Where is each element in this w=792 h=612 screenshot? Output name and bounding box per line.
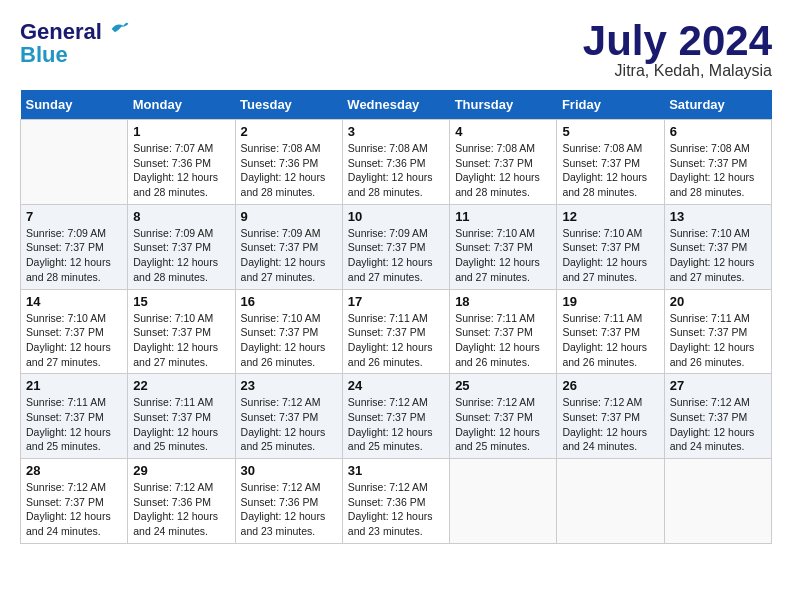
day-sun-info: Sunrise: 7:07 AMSunset: 7:36 PMDaylight:… [133, 141, 229, 200]
calendar-day-cell: 21Sunrise: 7:11 AMSunset: 7:37 PMDayligh… [21, 374, 128, 459]
calendar-day-cell: 7Sunrise: 7:09 AMSunset: 7:37 PMDaylight… [21, 204, 128, 289]
day-number: 4 [455, 124, 551, 139]
calendar-day-cell: 25Sunrise: 7:12 AMSunset: 7:37 PMDayligh… [450, 374, 557, 459]
header-wednesday: Wednesday [342, 90, 449, 120]
day-number: 23 [241, 378, 337, 393]
calendar-week-row: 21Sunrise: 7:11 AMSunset: 7:37 PMDayligh… [21, 374, 772, 459]
calendar-day-cell [21, 120, 128, 205]
day-number: 26 [562, 378, 658, 393]
day-sun-info: Sunrise: 7:09 AMSunset: 7:37 PMDaylight:… [241, 226, 337, 285]
day-number: 11 [455, 209, 551, 224]
day-number: 9 [241, 209, 337, 224]
header-friday: Friday [557, 90, 664, 120]
day-number: 8 [133, 209, 229, 224]
logo-text-line1: General [20, 20, 130, 44]
day-sun-info: Sunrise: 7:12 AMSunset: 7:37 PMDaylight:… [26, 480, 122, 539]
day-number: 13 [670, 209, 766, 224]
title-block: July 2024 Jitra, Kedah, Malaysia [583, 20, 772, 80]
day-sun-info: Sunrise: 7:11 AMSunset: 7:37 PMDaylight:… [455, 311, 551, 370]
logo-text-line2: Blue [20, 44, 130, 66]
calendar-day-cell: 3Sunrise: 7:08 AMSunset: 7:36 PMDaylight… [342, 120, 449, 205]
calendar-day-cell: 18Sunrise: 7:11 AMSunset: 7:37 PMDayligh… [450, 289, 557, 374]
day-number: 29 [133, 463, 229, 478]
calendar-day-cell: 14Sunrise: 7:10 AMSunset: 7:37 PMDayligh… [21, 289, 128, 374]
day-number: 3 [348, 124, 444, 139]
calendar-day-cell: 27Sunrise: 7:12 AMSunset: 7:37 PMDayligh… [664, 374, 771, 459]
calendar-day-cell: 16Sunrise: 7:10 AMSunset: 7:37 PMDayligh… [235, 289, 342, 374]
day-sun-info: Sunrise: 7:09 AMSunset: 7:37 PMDaylight:… [348, 226, 444, 285]
day-number: 17 [348, 294, 444, 309]
day-number: 22 [133, 378, 229, 393]
header-saturday: Saturday [664, 90, 771, 120]
day-number: 19 [562, 294, 658, 309]
day-number: 30 [241, 463, 337, 478]
calendar-day-cell: 28Sunrise: 7:12 AMSunset: 7:37 PMDayligh… [21, 459, 128, 544]
calendar-day-cell: 26Sunrise: 7:12 AMSunset: 7:37 PMDayligh… [557, 374, 664, 459]
day-number: 15 [133, 294, 229, 309]
day-number: 6 [670, 124, 766, 139]
day-sun-info: Sunrise: 7:08 AMSunset: 7:37 PMDaylight:… [562, 141, 658, 200]
day-sun-info: Sunrise: 7:10 AMSunset: 7:37 PMDaylight:… [562, 226, 658, 285]
day-sun-info: Sunrise: 7:12 AMSunset: 7:37 PMDaylight:… [562, 395, 658, 454]
day-sun-info: Sunrise: 7:11 AMSunset: 7:37 PMDaylight:… [348, 311, 444, 370]
page-header: General Blue July 2024 Jitra, Kedah, Mal… [20, 20, 772, 80]
logo: General Blue [20, 20, 130, 66]
calendar-week-row: 1Sunrise: 7:07 AMSunset: 7:36 PMDaylight… [21, 120, 772, 205]
day-sun-info: Sunrise: 7:10 AMSunset: 7:37 PMDaylight:… [241, 311, 337, 370]
day-number: 27 [670, 378, 766, 393]
day-number: 21 [26, 378, 122, 393]
day-sun-info: Sunrise: 7:08 AMSunset: 7:37 PMDaylight:… [455, 141, 551, 200]
day-sun-info: Sunrise: 7:11 AMSunset: 7:37 PMDaylight:… [670, 311, 766, 370]
calendar-day-cell: 19Sunrise: 7:11 AMSunset: 7:37 PMDayligh… [557, 289, 664, 374]
day-sun-info: Sunrise: 7:08 AMSunset: 7:36 PMDaylight:… [348, 141, 444, 200]
calendar-week-row: 7Sunrise: 7:09 AMSunset: 7:37 PMDaylight… [21, 204, 772, 289]
day-number: 2 [241, 124, 337, 139]
header-tuesday: Tuesday [235, 90, 342, 120]
day-sun-info: Sunrise: 7:11 AMSunset: 7:37 PMDaylight:… [133, 395, 229, 454]
day-sun-info: Sunrise: 7:10 AMSunset: 7:37 PMDaylight:… [133, 311, 229, 370]
calendar-day-cell: 17Sunrise: 7:11 AMSunset: 7:37 PMDayligh… [342, 289, 449, 374]
day-sun-info: Sunrise: 7:08 AMSunset: 7:36 PMDaylight:… [241, 141, 337, 200]
calendar-day-cell: 2Sunrise: 7:08 AMSunset: 7:36 PMDaylight… [235, 120, 342, 205]
day-sun-info: Sunrise: 7:09 AMSunset: 7:37 PMDaylight:… [26, 226, 122, 285]
day-number: 14 [26, 294, 122, 309]
day-number: 25 [455, 378, 551, 393]
calendar-day-cell: 10Sunrise: 7:09 AMSunset: 7:37 PMDayligh… [342, 204, 449, 289]
day-sun-info: Sunrise: 7:12 AMSunset: 7:37 PMDaylight:… [670, 395, 766, 454]
day-number: 5 [562, 124, 658, 139]
calendar-day-cell: 8Sunrise: 7:09 AMSunset: 7:37 PMDaylight… [128, 204, 235, 289]
location: Jitra, Kedah, Malaysia [583, 62, 772, 80]
calendar-day-cell: 9Sunrise: 7:09 AMSunset: 7:37 PMDaylight… [235, 204, 342, 289]
calendar-day-cell: 23Sunrise: 7:12 AMSunset: 7:37 PMDayligh… [235, 374, 342, 459]
day-number: 18 [455, 294, 551, 309]
day-sun-info: Sunrise: 7:12 AMSunset: 7:37 PMDaylight:… [455, 395, 551, 454]
day-number: 16 [241, 294, 337, 309]
day-sun-info: Sunrise: 7:12 AMSunset: 7:36 PMDaylight:… [133, 480, 229, 539]
calendar-day-cell: 31Sunrise: 7:12 AMSunset: 7:36 PMDayligh… [342, 459, 449, 544]
calendar-day-cell [450, 459, 557, 544]
month-title: July 2024 [583, 20, 772, 62]
header-thursday: Thursday [450, 90, 557, 120]
day-sun-info: Sunrise: 7:10 AMSunset: 7:37 PMDaylight:… [455, 226, 551, 285]
calendar-day-cell: 22Sunrise: 7:11 AMSunset: 7:37 PMDayligh… [128, 374, 235, 459]
day-number: 10 [348, 209, 444, 224]
calendar-day-cell: 1Sunrise: 7:07 AMSunset: 7:36 PMDaylight… [128, 120, 235, 205]
calendar-day-cell: 15Sunrise: 7:10 AMSunset: 7:37 PMDayligh… [128, 289, 235, 374]
calendar-day-cell: 4Sunrise: 7:08 AMSunset: 7:37 PMDaylight… [450, 120, 557, 205]
calendar-day-cell: 24Sunrise: 7:12 AMSunset: 7:37 PMDayligh… [342, 374, 449, 459]
day-sun-info: Sunrise: 7:10 AMSunset: 7:37 PMDaylight:… [26, 311, 122, 370]
day-sun-info: Sunrise: 7:12 AMSunset: 7:37 PMDaylight:… [348, 395, 444, 454]
calendar-header-row: SundayMondayTuesdayWednesdayThursdayFrid… [21, 90, 772, 120]
day-number: 7 [26, 209, 122, 224]
calendar-week-row: 28Sunrise: 7:12 AMSunset: 7:37 PMDayligh… [21, 459, 772, 544]
day-number: 24 [348, 378, 444, 393]
header-sunday: Sunday [21, 90, 128, 120]
day-sun-info: Sunrise: 7:08 AMSunset: 7:37 PMDaylight:… [670, 141, 766, 200]
logo-bird-icon [110, 19, 130, 39]
calendar-day-cell: 20Sunrise: 7:11 AMSunset: 7:37 PMDayligh… [664, 289, 771, 374]
calendar-day-cell: 13Sunrise: 7:10 AMSunset: 7:37 PMDayligh… [664, 204, 771, 289]
day-sun-info: Sunrise: 7:12 AMSunset: 7:37 PMDaylight:… [241, 395, 337, 454]
day-sun-info: Sunrise: 7:09 AMSunset: 7:37 PMDaylight:… [133, 226, 229, 285]
calendar-day-cell: 29Sunrise: 7:12 AMSunset: 7:36 PMDayligh… [128, 459, 235, 544]
calendar-day-cell: 5Sunrise: 7:08 AMSunset: 7:37 PMDaylight… [557, 120, 664, 205]
